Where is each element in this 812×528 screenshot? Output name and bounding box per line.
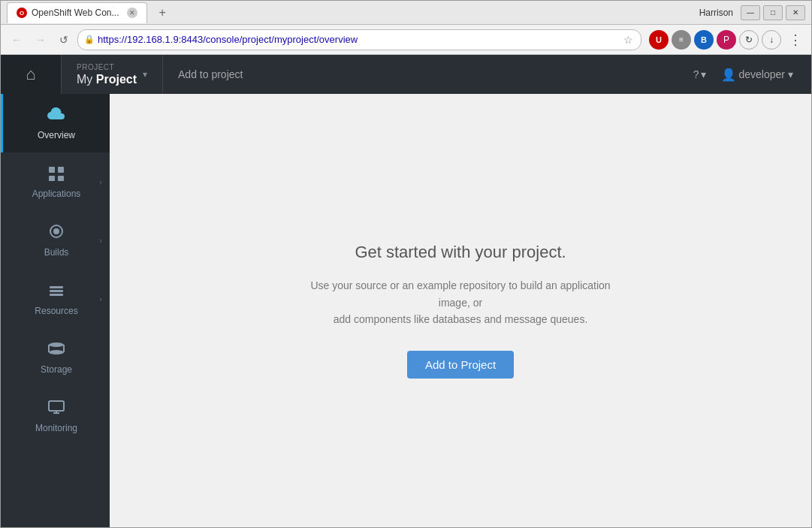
url-bar: ← → ↺ 🔒 ☆ U ≡ B P ↻ ↓ ⋮ — [1, 25, 811, 55]
svg-rect-0 — [49, 167, 55, 173]
project-name: My Project — [77, 73, 137, 86]
sidebar-item-resources[interactable]: Resources › — [1, 270, 110, 328]
sidebar: Overview Applications — [1, 94, 110, 527]
forward-button[interactable]: → — [31, 31, 50, 49]
sidebar-item-overview-label: Overview — [38, 130, 75, 140]
title-bar: O OpenShift Web Con... ✕ + Harrison — □ … — [1, 1, 811, 25]
sidebar-item-storage[interactable]: Storage — [1, 328, 110, 387]
back-button[interactable]: ← — [7, 31, 26, 49]
user-label: developer — [739, 68, 786, 80]
new-tab-button[interactable]: + — [153, 3, 172, 23]
extension-blue-b-icon[interactable]: B — [694, 30, 714, 50]
browser-tab[interactable]: O OpenShift Web Con... ✕ — [7, 2, 147, 23]
sidebar-item-applications-label: Applications — [32, 189, 81, 199]
extension-refresh-icon[interactable]: ↻ — [739, 30, 759, 50]
extension-download-icon[interactable]: ↓ — [762, 30, 781, 50]
extension-grey-icon[interactable]: ≡ — [672, 30, 691, 50]
builds-chevron-icon: › — [99, 236, 102, 245]
svg-point-11 — [49, 350, 64, 355]
extension-ublock-icon[interactable]: U — [649, 30, 669, 50]
sidebar-item-applications[interactable]: Applications › — [1, 152, 110, 211]
browser-menu-button[interactable]: ⋮ — [786, 32, 805, 48]
project-name-part2: Project — [96, 73, 137, 86]
window-user-label: Harrison — [699, 8, 733, 18]
svg-rect-6 — [50, 286, 63, 288]
os-window: O OpenShift Web Con... ✕ + Harrison — □ … — [0, 0, 812, 528]
window-close-button[interactable]: ✕ — [786, 5, 805, 20]
builds-icon — [47, 223, 66, 244]
svg-point-9 — [49, 342, 64, 347]
storage-icon — [47, 340, 66, 361]
svg-rect-2 — [49, 176, 55, 181]
svg-point-5 — [53, 228, 59, 234]
overview-icon — [47, 106, 66, 127]
project-dropdown[interactable]: Project My Project ▾ — [61, 55, 162, 94]
openshift-app: ⌂ Project My Project ▾ Add to project ? … — [1, 55, 811, 527]
project-chevron-icon: ▾ — [143, 69, 147, 80]
empty-state-title: Get started with your project. — [303, 243, 618, 262]
home-button[interactable]: ⌂ — [1, 55, 61, 94]
top-nav-right: ? ▾ 👤 developer ▾ — [687, 65, 811, 85]
help-chevron-icon: ▾ — [701, 68, 706, 80]
empty-state: Get started with your project. Use your … — [273, 213, 648, 408]
ssl-lock-icon: 🔒 — [84, 35, 95, 44]
sidebar-item-monitoring-label: Monitoring — [35, 423, 77, 433]
monitoring-icon — [47, 399, 66, 420]
svg-rect-8 — [50, 294, 63, 296]
svg-rect-14 — [49, 401, 64, 411]
help-icon: ? — [693, 68, 699, 80]
reload-button[interactable]: ↺ — [55, 31, 73, 49]
empty-state-description: Use your source or an example repository… — [303, 277, 618, 327]
extension-icons: U ≡ B P ↻ ↓ — [649, 30, 781, 50]
url-field-wrapper: 🔒 ☆ — [77, 29, 641, 50]
sidebar-item-monitoring[interactable]: Monitoring — [1, 387, 110, 445]
user-menu-button[interactable]: 👤 developer ▾ — [715, 65, 800, 85]
sidebar-item-storage-label: Storage — [41, 364, 72, 375]
project-info: Project My Project — [77, 63, 137, 86]
svg-rect-3 — [58, 176, 64, 181]
applications-chevron-icon: › — [99, 177, 102, 186]
project-name-part1: My — [77, 73, 96, 86]
top-navigation: ⌂ Project My Project ▾ Add to project ? … — [1, 55, 811, 94]
resources-chevron-icon: › — [99, 294, 102, 303]
applications-icon — [47, 164, 66, 186]
help-button[interactable]: ? ▾ — [687, 65, 712, 83]
svg-rect-7 — [50, 290, 63, 292]
add-to-project-nav-button[interactable]: Add to project — [162, 55, 258, 94]
project-label: Project — [77, 63, 137, 71]
sidebar-item-builds-label: Builds — [44, 247, 69, 258]
tab-favicon: O — [17, 8, 27, 18]
tab-close-button[interactable]: ✕ — [127, 8, 137, 18]
home-icon: ⌂ — [26, 65, 35, 84]
resources-icon — [47, 282, 66, 303]
maximize-button[interactable]: □ — [763, 5, 783, 20]
tab-title: OpenShift Web Con... — [32, 8, 119, 18]
main-layout: Overview Applications — [1, 94, 811, 527]
add-to-project-main-button[interactable]: Add to Project — [407, 351, 514, 379]
user-avatar-icon: 👤 — [721, 68, 736, 82]
extension-pink-p-icon[interactable]: P — [717, 30, 736, 50]
minimize-button[interactable]: — — [741, 5, 760, 20]
sidebar-item-builds[interactable]: Builds › — [1, 211, 110, 270]
svg-rect-1 — [58, 167, 64, 173]
url-input[interactable] — [98, 34, 619, 45]
window-controls: Harrison — □ ✕ — [699, 5, 805, 20]
sidebar-item-resources-label: Resources — [35, 306, 77, 316]
bookmark-star-icon[interactable]: ☆ — [622, 34, 635, 46]
sidebar-item-overview[interactable]: Overview — [1, 94, 110, 152]
main-content: Get started with your project. Use your … — [110, 94, 811, 527]
user-chevron-icon: ▾ — [788, 68, 793, 80]
